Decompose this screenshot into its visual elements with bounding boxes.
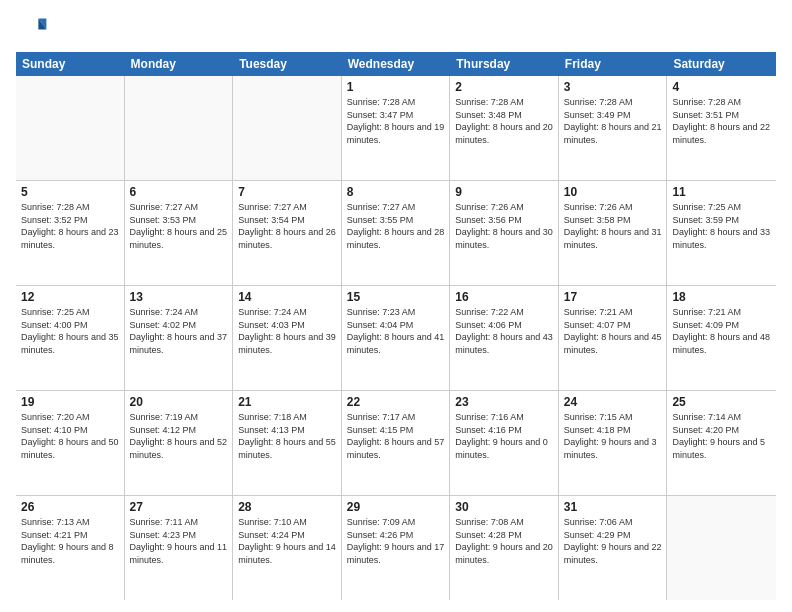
day-number: 2 xyxy=(455,80,553,94)
calendar-cell xyxy=(233,76,342,180)
calendar-cell: 24Sunrise: 7:15 AMSunset: 4:18 PMDayligh… xyxy=(559,391,668,495)
day-number: 8 xyxy=(347,185,445,199)
weekday-header: Sunday xyxy=(16,52,125,76)
day-info: Sunrise: 7:24 AMSunset: 4:02 PMDaylight:… xyxy=(130,306,228,356)
day-info: Sunrise: 7:26 AMSunset: 3:56 PMDaylight:… xyxy=(455,201,553,251)
day-number: 9 xyxy=(455,185,553,199)
day-number: 3 xyxy=(564,80,662,94)
calendar-row: 26Sunrise: 7:13 AMSunset: 4:21 PMDayligh… xyxy=(16,496,776,600)
day-number: 24 xyxy=(564,395,662,409)
day-info: Sunrise: 7:28 AMSunset: 3:51 PMDaylight:… xyxy=(672,96,771,146)
day-info: Sunrise: 7:28 AMSunset: 3:49 PMDaylight:… xyxy=(564,96,662,146)
day-number: 19 xyxy=(21,395,119,409)
day-number: 6 xyxy=(130,185,228,199)
day-info: Sunrise: 7:28 AMSunset: 3:52 PMDaylight:… xyxy=(21,201,119,251)
day-info: Sunrise: 7:18 AMSunset: 4:13 PMDaylight:… xyxy=(238,411,336,461)
day-info: Sunrise: 7:24 AMSunset: 4:03 PMDaylight:… xyxy=(238,306,336,356)
calendar-cell: 10Sunrise: 7:26 AMSunset: 3:58 PMDayligh… xyxy=(559,181,668,285)
day-number: 23 xyxy=(455,395,553,409)
calendar-cell: 21Sunrise: 7:18 AMSunset: 4:13 PMDayligh… xyxy=(233,391,342,495)
calendar-cell: 4Sunrise: 7:28 AMSunset: 3:51 PMDaylight… xyxy=(667,76,776,180)
day-info: Sunrise: 7:28 AMSunset: 3:48 PMDaylight:… xyxy=(455,96,553,146)
weekday-header: Monday xyxy=(125,52,234,76)
calendar-cell: 8Sunrise: 7:27 AMSunset: 3:55 PMDaylight… xyxy=(342,181,451,285)
day-number: 29 xyxy=(347,500,445,514)
day-info: Sunrise: 7:27 AMSunset: 3:55 PMDaylight:… xyxy=(347,201,445,251)
calendar-cell: 31Sunrise: 7:06 AMSunset: 4:29 PMDayligh… xyxy=(559,496,668,600)
day-info: Sunrise: 7:26 AMSunset: 3:58 PMDaylight:… xyxy=(564,201,662,251)
calendar-cell: 28Sunrise: 7:10 AMSunset: 4:24 PMDayligh… xyxy=(233,496,342,600)
calendar-cell: 5Sunrise: 7:28 AMSunset: 3:52 PMDaylight… xyxy=(16,181,125,285)
calendar-cell: 9Sunrise: 7:26 AMSunset: 3:56 PMDaylight… xyxy=(450,181,559,285)
calendar-row: 5Sunrise: 7:28 AMSunset: 3:52 PMDaylight… xyxy=(16,181,776,286)
day-info: Sunrise: 7:08 AMSunset: 4:28 PMDaylight:… xyxy=(455,516,553,566)
day-info: Sunrise: 7:16 AMSunset: 4:16 PMDaylight:… xyxy=(455,411,553,461)
calendar-cell: 6Sunrise: 7:27 AMSunset: 3:53 PMDaylight… xyxy=(125,181,234,285)
day-info: Sunrise: 7:25 AMSunset: 3:59 PMDaylight:… xyxy=(672,201,771,251)
calendar-cell: 17Sunrise: 7:21 AMSunset: 4:07 PMDayligh… xyxy=(559,286,668,390)
calendar-cell: 18Sunrise: 7:21 AMSunset: 4:09 PMDayligh… xyxy=(667,286,776,390)
day-number: 13 xyxy=(130,290,228,304)
calendar-cell: 11Sunrise: 7:25 AMSunset: 3:59 PMDayligh… xyxy=(667,181,776,285)
day-info: Sunrise: 7:06 AMSunset: 4:29 PMDaylight:… xyxy=(564,516,662,566)
calendar-cell xyxy=(16,76,125,180)
calendar-row: 19Sunrise: 7:20 AMSunset: 4:10 PMDayligh… xyxy=(16,391,776,496)
day-info: Sunrise: 7:23 AMSunset: 4:04 PMDaylight:… xyxy=(347,306,445,356)
day-number: 16 xyxy=(455,290,553,304)
day-number: 28 xyxy=(238,500,336,514)
calendar: SundayMondayTuesdayWednesdayThursdayFrid… xyxy=(16,52,776,600)
day-info: Sunrise: 7:21 AMSunset: 4:07 PMDaylight:… xyxy=(564,306,662,356)
day-number: 21 xyxy=(238,395,336,409)
day-info: Sunrise: 7:22 AMSunset: 4:06 PMDaylight:… xyxy=(455,306,553,356)
calendar-cell: 23Sunrise: 7:16 AMSunset: 4:16 PMDayligh… xyxy=(450,391,559,495)
calendar-cell: 29Sunrise: 7:09 AMSunset: 4:26 PMDayligh… xyxy=(342,496,451,600)
weekday-header: Wednesday xyxy=(342,52,451,76)
calendar-cell: 1Sunrise: 7:28 AMSunset: 3:47 PMDaylight… xyxy=(342,76,451,180)
day-number: 17 xyxy=(564,290,662,304)
day-info: Sunrise: 7:21 AMSunset: 4:09 PMDaylight:… xyxy=(672,306,771,356)
day-number: 5 xyxy=(21,185,119,199)
day-info: Sunrise: 7:15 AMSunset: 4:18 PMDaylight:… xyxy=(564,411,662,461)
calendar-cell: 20Sunrise: 7:19 AMSunset: 4:12 PMDayligh… xyxy=(125,391,234,495)
day-info: Sunrise: 7:20 AMSunset: 4:10 PMDaylight:… xyxy=(21,411,119,461)
day-number: 27 xyxy=(130,500,228,514)
calendar-cell: 13Sunrise: 7:24 AMSunset: 4:02 PMDayligh… xyxy=(125,286,234,390)
calendar-cell xyxy=(667,496,776,600)
day-number: 20 xyxy=(130,395,228,409)
calendar-cell xyxy=(125,76,234,180)
calendar-row: 1Sunrise: 7:28 AMSunset: 3:47 PMDaylight… xyxy=(16,76,776,181)
calendar-cell: 12Sunrise: 7:25 AMSunset: 4:00 PMDayligh… xyxy=(16,286,125,390)
day-number: 15 xyxy=(347,290,445,304)
day-number: 25 xyxy=(672,395,771,409)
calendar-cell: 2Sunrise: 7:28 AMSunset: 3:48 PMDaylight… xyxy=(450,76,559,180)
day-number: 18 xyxy=(672,290,771,304)
day-info: Sunrise: 7:19 AMSunset: 4:12 PMDaylight:… xyxy=(130,411,228,461)
calendar-header: SundayMondayTuesdayWednesdayThursdayFrid… xyxy=(16,52,776,76)
weekday-header: Thursday xyxy=(450,52,559,76)
day-number: 26 xyxy=(21,500,119,514)
calendar-cell: 27Sunrise: 7:11 AMSunset: 4:23 PMDayligh… xyxy=(125,496,234,600)
logo xyxy=(16,12,52,44)
day-number: 22 xyxy=(347,395,445,409)
calendar-cell: 26Sunrise: 7:13 AMSunset: 4:21 PMDayligh… xyxy=(16,496,125,600)
day-info: Sunrise: 7:13 AMSunset: 4:21 PMDaylight:… xyxy=(21,516,119,566)
calendar-cell: 3Sunrise: 7:28 AMSunset: 3:49 PMDaylight… xyxy=(559,76,668,180)
day-info: Sunrise: 7:11 AMSunset: 4:23 PMDaylight:… xyxy=(130,516,228,566)
day-number: 11 xyxy=(672,185,771,199)
calendar-cell: 15Sunrise: 7:23 AMSunset: 4:04 PMDayligh… xyxy=(342,286,451,390)
calendar-cell: 14Sunrise: 7:24 AMSunset: 4:03 PMDayligh… xyxy=(233,286,342,390)
calendar-page: SundayMondayTuesdayWednesdayThursdayFrid… xyxy=(0,0,792,612)
day-info: Sunrise: 7:17 AMSunset: 4:15 PMDaylight:… xyxy=(347,411,445,461)
day-info: Sunrise: 7:28 AMSunset: 3:47 PMDaylight:… xyxy=(347,96,445,146)
calendar-cell: 19Sunrise: 7:20 AMSunset: 4:10 PMDayligh… xyxy=(16,391,125,495)
day-info: Sunrise: 7:14 AMSunset: 4:20 PMDaylight:… xyxy=(672,411,771,461)
calendar-cell: 16Sunrise: 7:22 AMSunset: 4:06 PMDayligh… xyxy=(450,286,559,390)
calendar-row: 12Sunrise: 7:25 AMSunset: 4:00 PMDayligh… xyxy=(16,286,776,391)
day-number: 7 xyxy=(238,185,336,199)
calendar-cell: 25Sunrise: 7:14 AMSunset: 4:20 PMDayligh… xyxy=(667,391,776,495)
calendar-cell: 7Sunrise: 7:27 AMSunset: 3:54 PMDaylight… xyxy=(233,181,342,285)
day-number: 10 xyxy=(564,185,662,199)
weekday-header: Tuesday xyxy=(233,52,342,76)
day-info: Sunrise: 7:27 AMSunset: 3:53 PMDaylight:… xyxy=(130,201,228,251)
day-number: 14 xyxy=(238,290,336,304)
